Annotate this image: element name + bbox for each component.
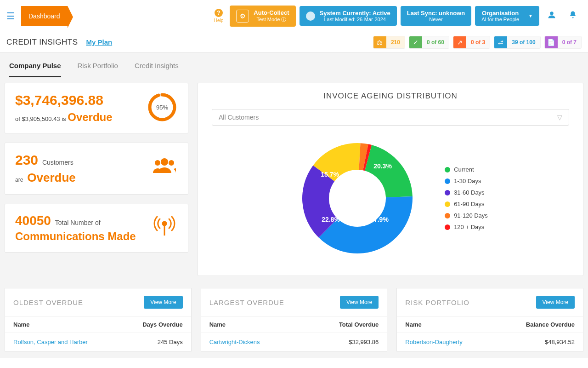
svg-point-5 [169, 160, 174, 166]
badge-check[interactable]: ✓0 of 60 [409, 36, 449, 49]
customer-dropdown[interactable]: All Customers ▽ [212, 109, 569, 126]
badge-award[interactable]: ⚖210 [373, 36, 405, 49]
bell-icon[interactable] [564, 11, 582, 21]
badge-pulse[interactable]: ⥄39 of 100 [494, 36, 540, 49]
comm-count: 40050 [15, 213, 51, 228]
view-more-oldest[interactable]: View More [144, 296, 182, 309]
overdue-pct-ring: 95% [147, 92, 177, 122]
tab-credit-insights[interactable]: Credit Insights [135, 62, 179, 77]
risk-portfolio-card: RISK PORTFOLIO View More NameBalance Ove… [396, 288, 583, 351]
oldest-overdue-card: OLDEST OVERDUE View More NameDays Overdu… [5, 288, 192, 351]
page-title: CREDIT INSIGHTS [6, 38, 78, 47]
robot-icon: ⚙ [236, 10, 249, 23]
tab-company-pulse[interactable]: Company Pulse [9, 62, 61, 77]
status-circle-icon [306, 12, 315, 21]
table-row[interactable]: Robertson-Daugherty$48,934.52 [397, 333, 583, 351]
system-sub: Last Modified: 26-Mar-2024 [320, 17, 390, 22]
award-icon: ⚖ [373, 36, 386, 48]
table-row[interactable]: Rolfson, Casper and Harber245 Days [5, 333, 191, 351]
tab-risk-portfolio[interactable]: Risk Portfolio [78, 62, 118, 77]
svg-point-0 [550, 12, 554, 15]
auto-collect-pill[interactable]: ⚙ Auto-Collect Test Mode ⓘ [230, 6, 295, 27]
sync-title: Last Sync: unknown [407, 10, 465, 17]
help-label: Help [214, 18, 224, 23]
chevron-down-icon: ▽ [557, 114, 562, 121]
auto-collect-title: Auto-Collect [254, 9, 289, 16]
help-icon: ? [215, 9, 223, 17]
organisation-pill[interactable]: Organisation AI for the People ▼ [475, 6, 539, 26]
svg-point-6 [163, 222, 166, 225]
check-icon: ✓ [409, 36, 422, 48]
largest-title: LARGEST OVERDUE [209, 299, 284, 306]
sync-sub: Never [407, 17, 465, 22]
trend-icon: ↗ [453, 36, 466, 48]
system-title: System Currently: Active [320, 10, 390, 17]
badge-trend[interactable]: ↗0 of 3 [453, 36, 490, 49]
oldest-title: OLDEST OVERDUE [13, 299, 83, 306]
svg-point-4 [155, 160, 160, 166]
customers-overdue-card: 230 Customers are Overdue [5, 143, 188, 195]
chart-legend: Current 1-30 Days 31-60 Days 61-90 Days … [445, 166, 488, 230]
view-more-risk[interactable]: View More [536, 296, 575, 309]
antenna-icon [153, 214, 176, 242]
svg-point-3 [161, 158, 168, 166]
menu-icon[interactable]: ☰ [6, 11, 15, 22]
invoice-ageing-card: INVOICE AGEING DISTRIBUTION All Customer… [198, 83, 583, 276]
overdue-amount-card: $3,746,396.88 of $3,905,500.43 is Overdu… [5, 83, 188, 133]
last-sync-pill[interactable]: Last Sync: unknown Never [401, 6, 471, 26]
view-more-largest[interactable]: View More [340, 296, 379, 309]
overdue-label: Overdue [68, 111, 112, 123]
system-status-pill[interactable]: System Currently: Active Last Modified: … [300, 6, 397, 26]
org-title: Organisation [481, 10, 519, 17]
user-icon[interactable] [543, 11, 560, 21]
risk-title: RISK PORTFOLIO [405, 299, 469, 306]
org-sub: AI for the People [481, 17, 519, 22]
users-icon [153, 156, 176, 181]
chart-title: INVOICE AGEING DISTRIBUTION [212, 92, 569, 101]
auto-collect-sub: Test Mode [257, 17, 280, 22]
largest-overdue-card: LARGEST OVERDUE View More NameTotal Over… [201, 288, 388, 351]
pulse-icon: ⥄ [494, 36, 507, 48]
donut-chart: 20.3% 37.9% 22.8% 15.7% [293, 134, 422, 263]
table-row[interactable]: Cartwright-Dickens$32,993.86 [201, 333, 387, 351]
chevron-down-icon: ▼ [528, 13, 533, 18]
overdue-pct: 95% [147, 92, 177, 122]
badge-doc[interactable]: 📄0 of 7 [544, 36, 582, 49]
customers-count: 230 [15, 152, 38, 167]
my-plan-link[interactable]: My Plan [86, 38, 112, 46]
doc-icon: 📄 [545, 36, 558, 48]
communications-card: 40050 Total Number of Communications Mad… [5, 204, 188, 253]
dashboard-flag[interactable]: Dashboard [21, 6, 68, 26]
help-button[interactable]: ? Help [214, 9, 224, 23]
